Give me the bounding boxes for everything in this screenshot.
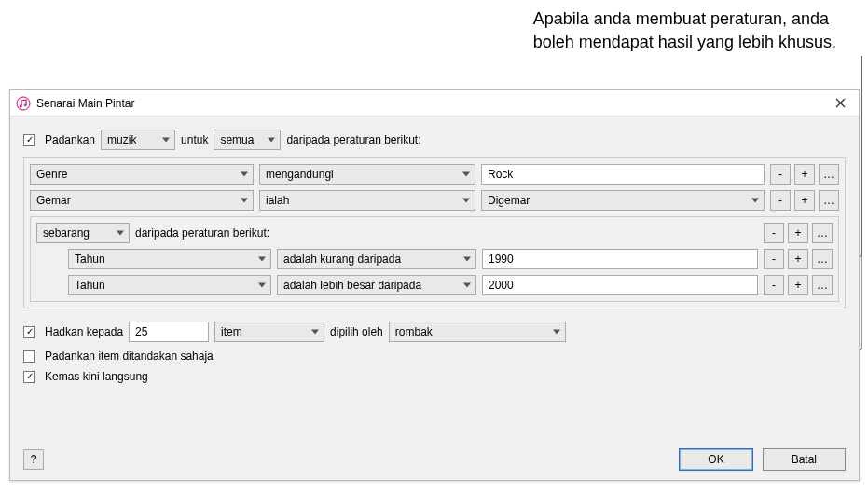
close-button[interactable] [827, 93, 853, 114]
match-checked-only-label: Padankan item ditandakan sahaja [45, 349, 214, 363]
match-checked-only-row: Padankan item ditandakan sahaja [23, 349, 846, 363]
remove-rule-button[interactable]: - [770, 164, 791, 185]
help-button[interactable]: ? [23, 449, 44, 470]
live-update-label: Kemas kini langsung [45, 370, 148, 383]
close-icon [835, 98, 846, 108]
rule-field-select[interactable]: Tahun [68, 275, 271, 295]
match-label: Padankan [45, 133, 95, 146]
limit-label: Hadkan kepada [45, 325, 123, 338]
remove-rule-button[interactable]: - [764, 249, 784, 269]
selected-by-select[interactable]: rombak [389, 322, 566, 342]
for-label: untuk [181, 133, 208, 146]
app-icon [16, 96, 31, 111]
rule-row: Tahun adalah lebih besar daripada - + … [36, 275, 833, 295]
svg-point-5 [20, 104, 22, 107]
rule-row: Tahun adalah kurang daripada - + … [36, 249, 833, 269]
live-update-row: Kemas kini langsung [23, 370, 846, 383]
rule-field-select[interactable]: Tahun [68, 249, 271, 269]
limit-checkbox[interactable] [23, 326, 35, 338]
rule-operator-select[interactable]: adalah kurang daripada [277, 249, 476, 269]
rule-value-select[interactable]: Digemar [481, 190, 765, 211]
nested-quantifier-select[interactable]: sebarang [36, 223, 130, 243]
media-type-select[interactable]: muzik [101, 130, 175, 150]
rule-field-select[interactable]: Genre [30, 164, 254, 185]
remove-rule-button[interactable]: - [770, 190, 791, 211]
help-icon: ? [31, 453, 37, 466]
match-row: Padankan muzik untuk semua daripada pera… [23, 130, 846, 150]
nest-rule-button[interactable]: … [812, 223, 833, 243]
quantifier-select[interactable]: semua [214, 130, 281, 150]
rule-row: Genre mengandungi - + … [30, 164, 839, 185]
svg-point-6 [24, 103, 27, 106]
nested-of-rules-label: daripada peraturan berikut: [135, 226, 269, 240]
add-rule-button[interactable]: + [794, 190, 815, 211]
limit-count-input[interactable] [129, 322, 209, 342]
match-checked-only-checkbox[interactable] [23, 350, 35, 363]
add-rule-button[interactable]: + [788, 223, 808, 243]
nested-rules-group: sebarang daripada peraturan berikut: - +… [30, 216, 839, 302]
rule-value-input[interactable] [482, 275, 758, 295]
annotation-callout: Apabila anda membuat peraturan, anda bol… [533, 7, 836, 54]
match-checkbox[interactable] [23, 134, 35, 146]
rules-group: Genre mengandungi - + … Gemar ialah [23, 157, 846, 308]
rule-operator-select[interactable]: ialah [259, 190, 475, 211]
live-update-checkbox[interactable] [23, 371, 35, 383]
rule-operator-select[interactable]: mengandungi [259, 164, 475, 185]
dialog-footer: ? OK Batal [23, 448, 846, 471]
add-rule-button[interactable]: + [788, 275, 808, 295]
of-rules-label: daripada peraturan berikut: [286, 133, 420, 146]
cancel-button[interactable]: Batal [763, 448, 846, 471]
nested-header-row: sebarang daripada peraturan berikut: - +… [36, 223, 833, 243]
limit-row: Hadkan kepada item dipilih oleh rombak [23, 322, 846, 342]
callout-line-2: boleh mendapat hasil yang lebih khusus. [533, 31, 836, 54]
titlebar: Senarai Main Pintar [10, 90, 859, 116]
add-rule-button[interactable]: + [794, 164, 815, 185]
add-rule-button[interactable]: + [788, 249, 808, 269]
rule-value-input[interactable] [481, 164, 765, 185]
rule-operator-select[interactable]: adalah lebih besar daripada [277, 275, 476, 295]
remove-rule-button[interactable]: - [764, 275, 784, 295]
dialog-title: Senarai Main Pintar [36, 97, 827, 110]
nest-rule-button[interactable]: … [812, 249, 833, 269]
selected-by-label: dipilih oleh [330, 325, 383, 338]
rule-value-input[interactable] [482, 249, 758, 269]
rule-field-select[interactable]: Gemar [30, 190, 254, 211]
remove-rule-button[interactable]: - [764, 223, 784, 243]
smart-playlist-dialog: Senarai Main Pintar Padankan muzik untuk… [9, 89, 860, 481]
svg-point-4 [17, 97, 30, 110]
limit-unit-select[interactable]: item [214, 322, 324, 342]
options-section: Hadkan kepada item dipilih oleh rombak P… [23, 322, 846, 383]
ok-button[interactable]: OK [679, 448, 752, 471]
nest-rule-button[interactable]: … [819, 164, 839, 185]
rule-row: Gemar ialah Digemar - + … [30, 190, 839, 211]
nest-rule-button[interactable]: … [812, 275, 833, 295]
callout-line-1: Apabila anda membuat peraturan, anda [533, 7, 836, 31]
dialog-body: Padankan muzik untuk semua daripada pera… [10, 116, 859, 400]
nest-rule-button[interactable]: … [819, 190, 839, 211]
